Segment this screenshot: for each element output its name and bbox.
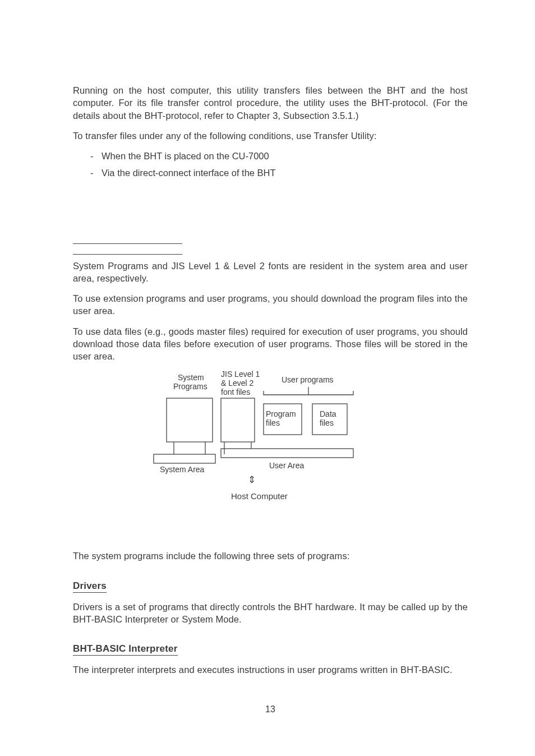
svg-text:Data: Data — [320, 409, 336, 418]
body-paragraph: The system programs include the followin… — [73, 550, 468, 562]
subsection-heading-drivers: Drivers — [73, 580, 107, 593]
body-paragraph: System Programs and JIS Level 1 & Level … — [73, 260, 468, 285]
svg-text:font files: font files — [221, 388, 250, 397]
section-rule — [73, 254, 182, 255]
body-paragraph: The interpreter interprets and executes … — [73, 663, 468, 676]
svg-text:Program: Program — [266, 409, 296, 418]
svg-text:System Area: System Area — [160, 465, 205, 474]
svg-text:User Area: User Area — [269, 461, 304, 470]
section-rule — [73, 243, 182, 244]
subsection-heading-interpreter: BHT-BASIC Interpreter — [73, 643, 178, 656]
svg-text:⇕: ⇕ — [248, 474, 256, 485]
svg-text:files: files — [266, 418, 280, 427]
svg-rect-6 — [167, 398, 213, 442]
svg-rect-7 — [221, 398, 255, 442]
svg-rect-20 — [221, 449, 353, 458]
list-text: When the BHT is placed on the CU-7000 — [102, 151, 269, 161]
svg-text:User programs: User programs — [282, 375, 334, 384]
list-item: -When the BHT is placed on the CU-7000 — [73, 150, 468, 162]
svg-text:Host Computer: Host Computer — [231, 491, 288, 501]
list-text: Via the direct-connect interface of the … — [102, 168, 276, 178]
svg-text:Programs: Programs — [173, 382, 207, 391]
architecture-diagram: System Programs JIS Level 1 & Level 2 fo… — [73, 370, 468, 510]
page-number: 13 — [73, 704, 468, 714]
body-paragraph: Drivers is a set of programs that direct… — [73, 601, 468, 626]
body-paragraph: To use data files (e.g., goods master fi… — [73, 325, 468, 363]
svg-text:System: System — [178, 373, 204, 382]
document-page: Running on the host computer, this utili… — [0, 0, 535, 748]
list-item: -Via the direct-connect interface of the… — [73, 167, 468, 179]
svg-text:& Level 2: & Level 2 — [221, 379, 254, 388]
body-paragraph: To use extension programs and user progr… — [73, 292, 468, 317]
dash-bullet: - — [90, 150, 102, 162]
body-paragraph: Running on the host computer, this utili… — [73, 84, 468, 122]
svg-text:files: files — [320, 418, 334, 427]
body-paragraph: To transfer files under any of the follo… — [73, 130, 468, 142]
svg-rect-19 — [154, 454, 215, 463]
dash-bullet: - — [90, 167, 102, 179]
svg-text:JIS Level 1: JIS Level 1 — [221, 370, 260, 379]
